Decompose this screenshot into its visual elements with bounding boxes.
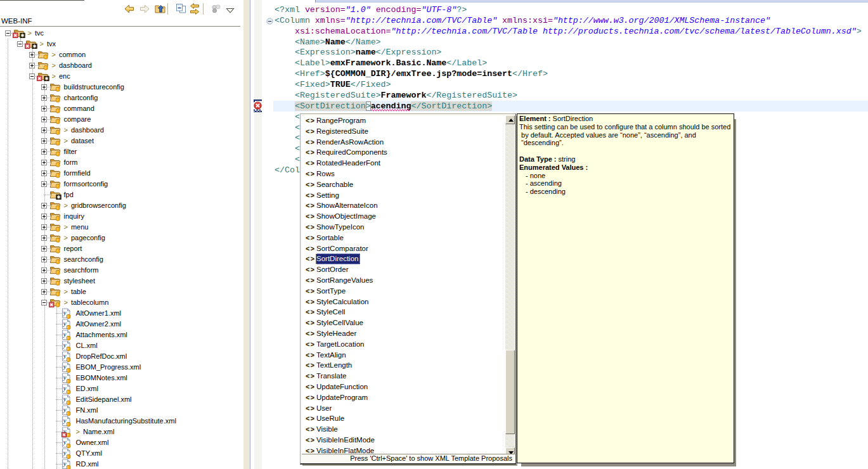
proposal-RangeProgram[interactable]: <>RangeProgram bbox=[302, 115, 505, 126]
proposal-TextLength[interactable]: <>TextLength bbox=[302, 360, 505, 371]
tree-item-report[interactable]: report bbox=[0, 243, 243, 254]
proposal-StyleHeader[interactable]: <>StyleHeader bbox=[302, 328, 505, 339]
scroll-up-button[interactable] bbox=[505, 115, 515, 124]
tree-item-pageconfig[interactable]: >pageconfig bbox=[0, 233, 243, 243]
tree-item-fn.xml[interactable]: y FN.xml bbox=[0, 405, 243, 416]
tree-item-ed.xml[interactable]: y ED.xml bbox=[0, 383, 243, 394]
view-menu-button[interactable] bbox=[226, 5, 235, 18]
tree-expand-box[interactable] bbox=[41, 127, 47, 133]
tree-item-qty.xml[interactable]: y QTY.xml bbox=[0, 448, 243, 459]
code-line[interactable]: <Name>Name</Name> bbox=[273, 37, 868, 48]
back-button[interactable] bbox=[123, 3, 136, 15]
tree-collapse-box[interactable] bbox=[41, 300, 47, 305]
tree-expand-box[interactable] bbox=[41, 181, 47, 187]
tree-item-droprefdoc.xml[interactable]: y DropRefDoc.xml bbox=[0, 351, 243, 362]
proposal-Searchable[interactable]: <>Searchable bbox=[302, 179, 505, 190]
proposal-StyleCalculation[interactable]: <>StyleCalculation bbox=[302, 297, 505, 307]
tree-expand-box[interactable] bbox=[41, 95, 47, 101]
tree-item-attachments.xml[interactable]: y Attachments.xml bbox=[0, 330, 243, 340]
proposal-StyleCellValue[interactable]: <>StyleCellValue bbox=[302, 318, 505, 328]
tree-expand-box[interactable] bbox=[41, 257, 47, 262]
proposal-SortComparator[interactable]: <>SortComparator bbox=[302, 243, 505, 254]
tree-item-name.xml[interactable]: y >Name.xml bbox=[0, 427, 243, 437]
proposal-Setting[interactable]: <>Setting bbox=[302, 190, 505, 201]
proposal-UpdateFunction[interactable]: <>UpdateFunction bbox=[302, 382, 505, 392]
tree-item-table[interactable]: >table bbox=[0, 286, 243, 297]
tree-item-altowner2.xml[interactable]: y AltOwner2.xml bbox=[0, 319, 243, 330]
tree-item-editsidepanel.xml[interactable]: y EditSidepanel.xml bbox=[0, 394, 243, 405]
tree-item-ebom-progress.xml[interactable]: y EBOM_Progress.xml bbox=[0, 362, 243, 373]
tree-item-dashboard[interactable]: >dashboard bbox=[0, 60, 243, 71]
code-line[interactable]: <Label>emxFramework.Basic.Name</Label> bbox=[273, 58, 868, 68]
tree-expand-box[interactable] bbox=[41, 235, 47, 241]
editor-vertical-ruler[interactable] bbox=[254, 0, 262, 469]
panel-sash[interactable] bbox=[243, 0, 250, 469]
tree-item-gridbrowserconfig[interactable]: >gridbrowserconfig bbox=[0, 200, 243, 211]
proposal-Visible[interactable]: <>Visible bbox=[302, 424, 505, 435]
collapse-all-button[interactable] bbox=[174, 3, 187, 15]
tree-item-common[interactable]: >common bbox=[0, 49, 243, 60]
tree-expand-box[interactable] bbox=[41, 203, 47, 209]
tree-item-searchform[interactable]: searchform bbox=[0, 265, 243, 276]
tree-item-inquiry[interactable]: inquiry bbox=[0, 211, 243, 222]
tree-expand-box[interactable] bbox=[41, 170, 47, 176]
proposal-ShowAlternateIcon[interactable]: <>ShowAlternateIcon bbox=[302, 200, 505, 211]
tree-item-enc[interactable]: >enc bbox=[0, 71, 243, 82]
proposal-UpdateProgram[interactable]: <>UpdateProgram bbox=[302, 392, 505, 403]
tree-item-formfield[interactable]: formfield bbox=[0, 168, 243, 179]
tree-item-ebomnotes.xml[interactable]: y EBOMNotes.xml bbox=[0, 373, 243, 383]
tree-item-compare[interactable]: compare bbox=[0, 114, 243, 125]
proposal-ShowTypeIcon[interactable]: <>ShowTypeIcon bbox=[302, 222, 505, 233]
tree-collapse-box[interactable] bbox=[29, 74, 35, 79]
tree-expand-box[interactable] bbox=[41, 246, 47, 252]
proposal-SortOrder[interactable]: <>SortOrder bbox=[302, 264, 505, 275]
tree-expand-box[interactable] bbox=[41, 84, 47, 90]
proposal-VisibleInEditMode[interactable]: <>VisibleInEditMode bbox=[302, 435, 505, 446]
fold-collapse-icon[interactable] bbox=[266, 16, 273, 23]
tree-expand-box[interactable] bbox=[41, 278, 47, 284]
tree-item-cl.xml[interactable]: y CL.xml bbox=[0, 340, 243, 351]
tree-item-dataset[interactable]: >dataset bbox=[0, 136, 243, 146]
scrollbar-thumb[interactable] bbox=[505, 350, 515, 434]
proposal-RegisteredSuite[interactable]: <>RegisteredSuite bbox=[302, 126, 505, 137]
code-line[interactable]: xsi:schemaLocation="http://technia.com/T… bbox=[273, 26, 868, 37]
tree-item-formsortconfig[interactable]: formsortconfig bbox=[0, 179, 243, 190]
tree-item-fpd[interactable]: fpd bbox=[0, 190, 243, 200]
tree-expand-box[interactable] bbox=[41, 117, 47, 122]
content-assist-scrollbar[interactable] bbox=[505, 115, 515, 456]
proposal-SortRangeValues[interactable]: <>SortRangeValues bbox=[302, 275, 505, 286]
code-line[interactable]: <?xml version="1.0" encoding="UTF-8"?> bbox=[273, 4, 868, 15]
proposal-RequiredComponents[interactable]: <>RequiredComponents bbox=[302, 147, 505, 158]
tree-collapse-box[interactable] bbox=[5, 30, 11, 36]
code-line[interactable]: <SortDirection>acending</SortDirection> bbox=[273, 101, 868, 112]
tree-item-tvc[interactable]: >tvc bbox=[0, 28, 243, 39]
proposal-SortDirection[interactable]: <>SortDirection bbox=[302, 254, 505, 264]
proposal-TextAlign[interactable]: <>TextAlign bbox=[302, 350, 505, 361]
code-line[interactable]: <Column xmlns="http://technia.com/TVC/Ta… bbox=[273, 15, 868, 26]
tree-expand-box[interactable] bbox=[41, 289, 47, 295]
tree-expand-box[interactable] bbox=[41, 267, 47, 273]
tree-item-owner.xml[interactable]: y Owner.xml bbox=[0, 437, 243, 448]
tree-item-stylesheet[interactable]: stylesheet bbox=[0, 276, 243, 286]
code-line[interactable]: <Expression>name</Expression> bbox=[273, 47, 868, 58]
proposal-Rows[interactable]: <>Rows bbox=[302, 169, 505, 179]
proposal-TargetLocation[interactable]: <>TargetLocation bbox=[302, 339, 505, 350]
tree-expand-box[interactable] bbox=[29, 63, 35, 68]
tree-expand-box[interactable] bbox=[29, 52, 35, 58]
forward-button[interactable] bbox=[138, 3, 151, 15]
error-marker-icon[interactable] bbox=[254, 100, 262, 112]
proposal-User[interactable]: <>User bbox=[302, 403, 505, 414]
tree-item-searchconfig[interactable]: searchconfig bbox=[0, 254, 243, 265]
code-line[interactable]: <Href>${COMMON_DIR}/emxTree.jsp?mode=ins… bbox=[273, 68, 868, 79]
link-with-editor-button[interactable] bbox=[188, 3, 201, 15]
tree-expand-box[interactable] bbox=[41, 138, 47, 144]
tree-expand-box[interactable] bbox=[41, 106, 47, 112]
tree-item-tablecolumn[interactable]: >tablecolumn bbox=[0, 297, 243, 308]
navigator-tree[interactable]: >tvc >tvx >common bbox=[0, 28, 243, 469]
tree-expand-box[interactable] bbox=[41, 224, 47, 230]
tree-collapse-box[interactable] bbox=[17, 41, 23, 47]
tree-item-form[interactable]: form bbox=[0, 157, 243, 168]
tree-expand-box[interactable] bbox=[41, 160, 47, 165]
code-line[interactable]: <Fixed>TRUE</Fixed> bbox=[273, 79, 868, 90]
proposal-RenderAsRowAction[interactable]: <>RenderAsRowAction bbox=[302, 137, 505, 148]
